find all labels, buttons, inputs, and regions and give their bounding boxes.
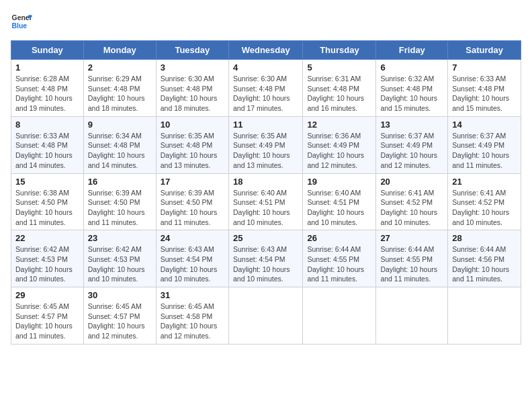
day-number: 4 <box>233 62 298 73</box>
day-info: Sunrise: 6:38 AM Sunset: 4:50 PM Dayligh… <box>15 188 79 228</box>
day-number: 30 <box>88 290 152 300</box>
calendar-day-cell: 25Sunrise: 6:43 AM Sunset: 4:54 PM Dayli… <box>228 230 302 287</box>
day-info: Sunrise: 6:44 AM Sunset: 4:56 PM Dayligh… <box>452 244 517 284</box>
calendar-day-cell: 19Sunrise: 6:40 AM Sunset: 4:51 PM Dayli… <box>303 173 376 230</box>
calendar-day-cell: 26Sunrise: 6:44 AM Sunset: 4:55 PM Dayli… <box>303 230 376 287</box>
day-number: 19 <box>307 177 371 187</box>
calendar-day-cell: 20Sunrise: 6:41 AM Sunset: 4:52 PM Dayli… <box>376 173 448 230</box>
day-number: 6 <box>380 62 443 73</box>
day-number: 8 <box>15 120 79 130</box>
day-number: 24 <box>161 233 224 243</box>
day-number: 7 <box>452 62 517 73</box>
day-number: 13 <box>380 120 443 130</box>
day-info: Sunrise: 6:44 AM Sunset: 4:55 PM Dayligh… <box>307 244 371 284</box>
day-of-week-header: Friday <box>376 41 448 60</box>
calendar-day-cell: 21Sunrise: 6:41 AM Sunset: 4:52 PM Dayli… <box>448 173 521 230</box>
day-info: Sunrise: 6:40 AM Sunset: 4:51 PM Dayligh… <box>307 188 371 228</box>
calendar-day-cell <box>376 287 448 345</box>
day-of-week-header: Sunday <box>11 41 84 60</box>
day-info: Sunrise: 6:29 AM Sunset: 4:48 PM Dayligh… <box>88 74 152 113</box>
day-number: 17 <box>161 177 224 187</box>
day-info: Sunrise: 6:30 AM Sunset: 4:48 PM Dayligh… <box>233 74 298 113</box>
day-of-week-header: Monday <box>83 41 156 60</box>
day-info: Sunrise: 6:42 AM Sunset: 4:53 PM Dayligh… <box>88 244 152 284</box>
day-number: 10 <box>161 120 224 130</box>
day-info: Sunrise: 6:35 AM Sunset: 4:48 PM Dayligh… <box>161 131 224 171</box>
day-info: Sunrise: 6:33 AM Sunset: 4:48 PM Dayligh… <box>452 74 517 113</box>
day-number: 16 <box>88 177 152 187</box>
calendar-day-cell: 10Sunrise: 6:35 AM Sunset: 4:48 PM Dayli… <box>156 116 228 173</box>
day-number: 27 <box>380 233 443 243</box>
day-number: 9 <box>88 120 152 130</box>
day-number: 31 <box>161 290 224 300</box>
day-number: 2 <box>88 62 152 73</box>
calendar-day-cell: 3Sunrise: 6:30 AM Sunset: 4:48 PM Daylig… <box>156 60 228 117</box>
day-info: Sunrise: 6:31 AM Sunset: 4:48 PM Dayligh… <box>307 74 371 113</box>
calendar-day-cell: 22Sunrise: 6:42 AM Sunset: 4:53 PM Dayli… <box>11 230 84 287</box>
page-header: General Blue <box>11 11 521 32</box>
calendar-day-cell: 5Sunrise: 6:31 AM Sunset: 4:48 PM Daylig… <box>303 60 376 117</box>
day-number: 15 <box>15 177 79 187</box>
day-info: Sunrise: 6:45 AM Sunset: 4:58 PM Dayligh… <box>161 302 224 341</box>
day-number: 28 <box>452 233 517 243</box>
calendar-day-cell: 1Sunrise: 6:28 AM Sunset: 4:48 PM Daylig… <box>11 60 84 117</box>
calendar-day-cell: 31Sunrise: 6:45 AM Sunset: 4:58 PM Dayli… <box>156 287 228 345</box>
day-number: 25 <box>233 233 298 243</box>
day-of-week-header: Tuesday <box>156 41 228 60</box>
calendar-day-cell: 15Sunrise: 6:38 AM Sunset: 4:50 PM Dayli… <box>11 173 84 230</box>
calendar-day-cell <box>303 287 376 345</box>
calendar-header-row: SundayMondayTuesdayWednesdayThursdayFrid… <box>11 41 521 60</box>
calendar-week-row: 8Sunrise: 6:33 AM Sunset: 4:48 PM Daylig… <box>11 116 521 173</box>
day-number: 14 <box>452 120 517 130</box>
day-info: Sunrise: 6:44 AM Sunset: 4:55 PM Dayligh… <box>380 244 443 284</box>
day-info: Sunrise: 6:43 AM Sunset: 4:54 PM Dayligh… <box>233 244 298 284</box>
calendar-week-row: 22Sunrise: 6:42 AM Sunset: 4:53 PM Dayli… <box>11 230 521 287</box>
calendar-table: SundayMondayTuesdayWednesdayThursdayFrid… <box>11 40 521 345</box>
day-info: Sunrise: 6:43 AM Sunset: 4:54 PM Dayligh… <box>161 244 224 284</box>
day-info: Sunrise: 6:41 AM Sunset: 4:52 PM Dayligh… <box>452 188 517 228</box>
day-info: Sunrise: 6:28 AM Sunset: 4:48 PM Dayligh… <box>15 74 79 113</box>
day-number: 12 <box>307 120 371 130</box>
calendar-week-row: 1Sunrise: 6:28 AM Sunset: 4:48 PM Daylig… <box>11 60 521 117</box>
day-info: Sunrise: 6:37 AM Sunset: 4:49 PM Dayligh… <box>380 131 443 171</box>
day-of-week-header: Wednesday <box>228 41 302 60</box>
day-number: 20 <box>380 177 443 187</box>
calendar-day-cell: 11Sunrise: 6:35 AM Sunset: 4:49 PM Dayli… <box>228 116 302 173</box>
day-info: Sunrise: 6:35 AM Sunset: 4:49 PM Dayligh… <box>233 131 298 171</box>
day-number: 18 <box>233 177 298 187</box>
calendar-day-cell: 16Sunrise: 6:39 AM Sunset: 4:50 PM Dayli… <box>83 173 156 230</box>
calendar-day-cell <box>228 287 302 345</box>
calendar-day-cell <box>448 287 521 345</box>
svg-text:Blue: Blue <box>12 22 28 30</box>
calendar-day-cell: 12Sunrise: 6:36 AM Sunset: 4:49 PM Dayli… <box>303 116 376 173</box>
day-number: 26 <box>307 233 371 243</box>
day-info: Sunrise: 6:33 AM Sunset: 4:48 PM Dayligh… <box>15 131 79 171</box>
day-info: Sunrise: 6:41 AM Sunset: 4:52 PM Dayligh… <box>380 188 443 228</box>
day-info: Sunrise: 6:40 AM Sunset: 4:51 PM Dayligh… <box>233 188 298 228</box>
day-info: Sunrise: 6:34 AM Sunset: 4:48 PM Dayligh… <box>88 131 152 171</box>
day-number: 5 <box>307 62 371 73</box>
day-of-week-header: Saturday <box>448 41 521 60</box>
day-info: Sunrise: 6:37 AM Sunset: 4:49 PM Dayligh… <box>452 131 517 171</box>
calendar-day-cell: 8Sunrise: 6:33 AM Sunset: 4:48 PM Daylig… <box>11 116 84 173</box>
calendar-day-cell: 29Sunrise: 6:45 AM Sunset: 4:57 PM Dayli… <box>11 287 84 345</box>
day-info: Sunrise: 6:45 AM Sunset: 4:57 PM Dayligh… <box>15 302 79 341</box>
day-info: Sunrise: 6:32 AM Sunset: 4:48 PM Dayligh… <box>380 74 443 113</box>
calendar-day-cell: 27Sunrise: 6:44 AM Sunset: 4:55 PM Dayli… <box>376 230 448 287</box>
day-number: 21 <box>452 177 517 187</box>
logo: General Blue <box>11 11 32 32</box>
calendar-day-cell: 4Sunrise: 6:30 AM Sunset: 4:48 PM Daylig… <box>228 60 302 117</box>
calendar-day-cell: 18Sunrise: 6:40 AM Sunset: 4:51 PM Dayli… <box>228 173 302 230</box>
calendar-week-row: 15Sunrise: 6:38 AM Sunset: 4:50 PM Dayli… <box>11 173 521 230</box>
calendar-day-cell: 17Sunrise: 6:39 AM Sunset: 4:50 PM Dayli… <box>156 173 228 230</box>
day-info: Sunrise: 6:39 AM Sunset: 4:50 PM Dayligh… <box>161 188 224 228</box>
day-info: Sunrise: 6:42 AM Sunset: 4:53 PM Dayligh… <box>15 244 79 284</box>
calendar-day-cell: 24Sunrise: 6:43 AM Sunset: 4:54 PM Dayli… <box>156 230 228 287</box>
calendar-day-cell: 6Sunrise: 6:32 AM Sunset: 4:48 PM Daylig… <box>376 60 448 117</box>
calendar-week-row: 29Sunrise: 6:45 AM Sunset: 4:57 PM Dayli… <box>11 287 521 345</box>
calendar-day-cell: 7Sunrise: 6:33 AM Sunset: 4:48 PM Daylig… <box>448 60 521 117</box>
day-info: Sunrise: 6:30 AM Sunset: 4:48 PM Dayligh… <box>161 74 224 113</box>
calendar-day-cell: 23Sunrise: 6:42 AM Sunset: 4:53 PM Dayli… <box>83 230 156 287</box>
day-number: 22 <box>15 233 79 243</box>
calendar-day-cell: 13Sunrise: 6:37 AM Sunset: 4:49 PM Dayli… <box>376 116 448 173</box>
